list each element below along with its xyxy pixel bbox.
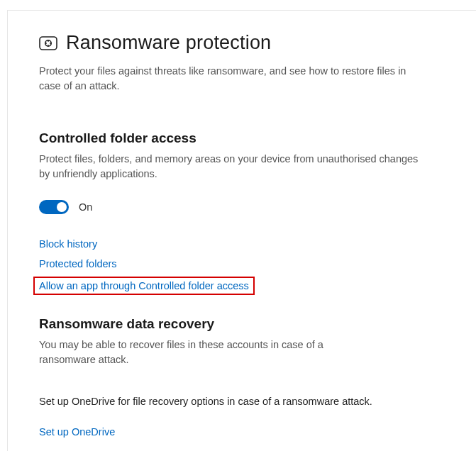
cfa-toggle-row: On (39, 200, 445, 214)
allow-app-highlight: Allow an app through Controlled folder a… (33, 277, 255, 295)
block-history-link[interactable]: Block history (39, 238, 97, 250)
recovery-title: Ransomware data recovery (39, 316, 445, 332)
cfa-links: Block history Protected folders Allow an… (39, 238, 445, 295)
cfa-toggle-label: On (79, 201, 92, 213)
onedrive-prompt: Set up OneDrive for file recovery option… (39, 396, 445, 407)
toggle-knob (57, 202, 67, 212)
page-header: Ransomware protection (39, 32, 445, 54)
cfa-toggle[interactable] (39, 200, 69, 214)
allow-app-link[interactable]: Allow an app through Controlled folder a… (39, 280, 249, 291)
recovery-description: You may be able to recover files in thes… (39, 338, 380, 367)
ransomware-protection-page: Ransomware protection Protect your files… (7, 10, 476, 451)
protected-folders-link[interactable]: Protected folders (39, 258, 117, 269)
ransomware-protection-icon (39, 35, 57, 52)
svg-rect-0 (40, 37, 57, 50)
cfa-title: Controlled folder access (39, 130, 445, 146)
cfa-description: Protect files, folders, and memory areas… (39, 152, 429, 182)
page-description: Protect your files against threats like … (39, 64, 408, 94)
controlled-folder-access-section: Controlled folder access Protect files, … (39, 130, 445, 295)
ransomware-recovery-section: Ransomware data recovery You may be able… (39, 316, 445, 438)
page-title: Ransomware protection (66, 32, 271, 54)
setup-onedrive-link[interactable]: Set up OneDrive (39, 426, 115, 438)
